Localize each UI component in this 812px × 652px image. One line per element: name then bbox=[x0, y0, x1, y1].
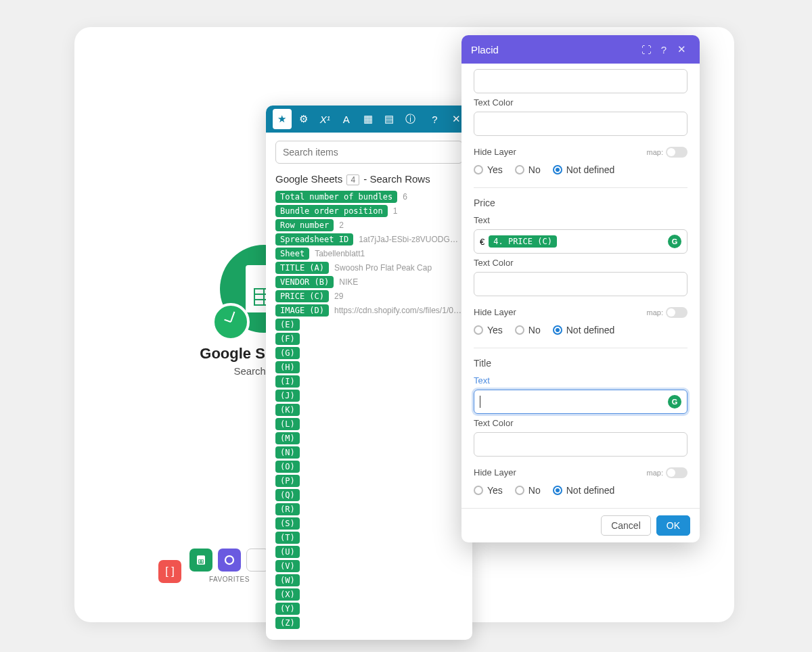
tab-text-icon[interactable]: A bbox=[337, 109, 356, 129]
variable-pill[interactable]: (G) bbox=[275, 347, 300, 359]
favorite-google-sheets-icon[interactable] bbox=[189, 549, 212, 572]
variable-value: 29 bbox=[334, 292, 343, 301]
variable-pill[interactable]: (W) bbox=[275, 574, 300, 586]
variable-pill[interactable]: Spreadsheet ID bbox=[275, 233, 353, 246]
picker-heading: Google Sheets 4 - Search Rows bbox=[275, 173, 463, 185]
close-icon[interactable]: ✕ bbox=[673, 43, 690, 55]
variable-row[interactable]: Row number2 bbox=[275, 219, 463, 231]
variable-pill[interactable]: (U) bbox=[275, 546, 300, 558]
price-chip[interactable]: 4. PRICE (C) bbox=[489, 235, 557, 248]
svg-rect-2 bbox=[199, 560, 200, 561]
expand-icon[interactable]: ⛶ bbox=[637, 44, 655, 55]
price-prefix: € bbox=[480, 237, 484, 247]
hide-layer-label: Hide Layer bbox=[474, 147, 516, 157]
map-toggle[interactable] bbox=[666, 147, 687, 158]
variable-row[interactable]: TITLE (A)Swoosh Pro Flat Peak Cap bbox=[275, 262, 463, 274]
variable-pill[interactable]: (S) bbox=[275, 517, 300, 530]
variable-row[interactable]: VENDOR (B)NIKE bbox=[275, 276, 463, 288]
cancel-button[interactable]: Cancel bbox=[601, 515, 651, 536]
variable-pill[interactable]: (I) bbox=[275, 375, 300, 388]
favorite-placid-icon[interactable] bbox=[218, 549, 241, 572]
variable-pill[interactable]: (N) bbox=[275, 446, 300, 459]
map-toggle-title[interactable] bbox=[666, 467, 687, 478]
variable-pill[interactable]: Bundle order position bbox=[275, 205, 388, 217]
variable-pill[interactable]: (V) bbox=[275, 560, 300, 572]
variable-pill[interactable]: IMAGE (D) bbox=[275, 304, 329, 317]
variable-row[interactable]: Bundle order position1 bbox=[275, 205, 463, 217]
radio-yes[interactable]: Yes bbox=[474, 164, 503, 175]
help-icon[interactable]: ? bbox=[655, 44, 673, 55]
variable-pill[interactable]: PRICE (C) bbox=[275, 290, 329, 302]
variable-value: https://cdn.shopify.com/s/files/1/0474/6 bbox=[334, 306, 463, 315]
variable-pill[interactable]: Sheet bbox=[275, 248, 309, 260]
variable-value: NIKE bbox=[339, 277, 358, 287]
tab-star-icon[interactable]: ★ bbox=[273, 109, 292, 129]
variable-row[interactable]: SheetTabellenblatt1 bbox=[275, 248, 463, 260]
radio-no[interactable]: No bbox=[515, 164, 541, 175]
favorites-label: FAVORITES bbox=[209, 576, 250, 583]
tab-gear-icon[interactable]: ⚙ bbox=[294, 109, 313, 129]
variable-pill[interactable]: (R) bbox=[275, 503, 300, 515]
variable-pill[interactable]: VENDOR (B) bbox=[275, 276, 334, 288]
variable-row[interactable]: Spreadsheet ID1at7jJaJ-ESbi-z8VUODGP3cWM bbox=[275, 233, 463, 246]
search-input[interactable] bbox=[275, 141, 463, 164]
clock-icon bbox=[212, 303, 250, 341]
variable-value: 1at7jJaJ-ESbi-z8VUODGP3cWM bbox=[359, 235, 463, 244]
modal-titlebar[interactable]: Placid ⛶ ? ✕ bbox=[461, 35, 700, 64]
svg-rect-4 bbox=[199, 561, 200, 563]
tab-math-icon[interactable]: X¹ bbox=[315, 109, 334, 129]
top-text-color-input[interactable] bbox=[474, 112, 687, 136]
picker-tabs: ★ ⚙ X¹ A ▦ ▤ ⓘ ? ✕ bbox=[266, 106, 472, 133]
variable-value: 1 bbox=[393, 206, 398, 216]
variable-picker-panel: ★ ⚙ X¹ A ▦ ▤ ⓘ ? ✕ Google Sheets 4 - Sea… bbox=[266, 106, 472, 640]
variable-pill[interactable]: (T) bbox=[275, 532, 300, 544]
variable-pill[interactable]: (J) bbox=[275, 390, 300, 402]
variable-pill[interactable]: Total number of bundles bbox=[275, 191, 397, 203]
variable-pill[interactable]: (M) bbox=[275, 432, 300, 444]
variable-pill[interactable]: (Z) bbox=[275, 617, 300, 629]
tab-calendar-icon[interactable]: ▦ bbox=[359, 109, 378, 129]
radio-not-defined[interactable]: Not defined bbox=[553, 325, 615, 335]
variable-pill[interactable]: (P) bbox=[275, 475, 300, 487]
variable-pill[interactable]: (Y) bbox=[275, 603, 300, 615]
title-text-color-input[interactable] bbox=[474, 432, 687, 457]
tab-function-icon[interactable]: ⓘ bbox=[401, 109, 420, 129]
picker-help-icon[interactable]: ? bbox=[426, 109, 445, 129]
title-text-input[interactable]: G bbox=[474, 390, 687, 414]
text-color-label: Text Color bbox=[474, 97, 687, 108]
radio-yes[interactable]: Yes bbox=[474, 325, 503, 335]
variable-row[interactable]: PRICE (C)29 bbox=[275, 290, 463, 302]
variable-pill[interactable]: (O) bbox=[275, 461, 300, 473]
radio-not-defined[interactable]: Not defined bbox=[553, 485, 615, 496]
price-text-color-input[interactable] bbox=[474, 272, 687, 296]
variable-pill[interactable]: (Q) bbox=[275, 489, 300, 501]
tab-array-icon[interactable]: ▤ bbox=[380, 109, 399, 129]
radio-yes[interactable]: Yes bbox=[474, 485, 503, 496]
top-text-input[interactable] bbox=[474, 69, 687, 93]
variable-pill[interactable]: Row number bbox=[275, 219, 334, 231]
radio-no[interactable]: No bbox=[515, 325, 541, 335]
variable-pill[interactable]: TITLE (A) bbox=[275, 262, 329, 274]
variable-value: Tabellenblatt1 bbox=[315, 249, 365, 258]
section-title-price: Price bbox=[474, 197, 687, 208]
text-color-label-title: Text Color bbox=[474, 418, 687, 428]
map-label: map: bbox=[647, 148, 663, 156]
hide-layer-label-price: Hide Layer bbox=[474, 307, 516, 317]
ok-button[interactable]: OK bbox=[656, 515, 690, 536]
variable-row[interactable]: Total number of bundles6 bbox=[275, 191, 463, 203]
variable-pill[interactable]: (H) bbox=[275, 361, 300, 373]
hide-layer-radios: Yes No Not defined bbox=[474, 164, 687, 175]
radio-not-defined[interactable]: Not defined bbox=[553, 164, 615, 175]
text-color-label-price: Text Color bbox=[474, 258, 687, 268]
price-text-input[interactable]: € 4. PRICE (C) G bbox=[474, 229, 687, 254]
variable-pill[interactable]: (X) bbox=[275, 588, 300, 601]
map-toggle-price[interactable] bbox=[666, 307, 687, 318]
variable-pill[interactable]: (F) bbox=[275, 333, 300, 345]
variable-row[interactable]: IMAGE (D)https://cdn.shopify.com/s/files… bbox=[275, 304, 463, 317]
variable-pill[interactable]: (L) bbox=[275, 418, 300, 430]
variable-pill[interactable]: (K) bbox=[275, 404, 300, 416]
favorites-dock: [ ] + FAVORITES bbox=[158, 549, 269, 583]
radio-no[interactable]: No bbox=[515, 485, 541, 496]
integromat-icon[interactable]: [ ] bbox=[158, 560, 181, 583]
variable-pill[interactable]: (E) bbox=[275, 319, 300, 331]
